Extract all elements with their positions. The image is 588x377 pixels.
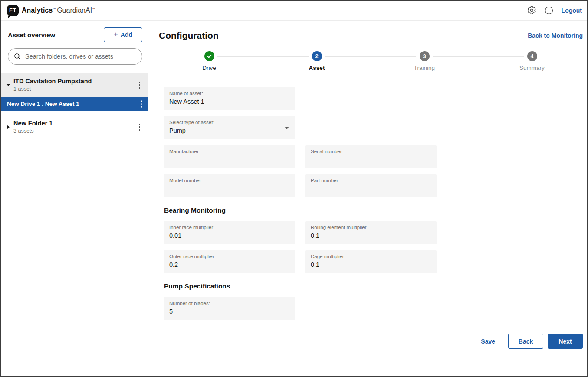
tree-asset-new-drive-1-new-asset-1[interactable]: New Drive 1 . New Asset 1: [1, 97, 148, 111]
step-label: Drive: [202, 65, 216, 71]
step-training[interactable]: 3 Training: [371, 51, 478, 71]
kebab-menu-icon[interactable]: [135, 80, 144, 90]
field-label: Outer race multiplier: [169, 254, 290, 259]
step-label: Asset: [309, 65, 325, 71]
wizard-stepper: Drive 2 Asset 3 Training 4 Summary: [155, 51, 586, 71]
field-value: [311, 156, 431, 164]
folder-title: ITD Cavitation Pumpstand: [13, 77, 135, 85]
type-of-asset-select[interactable]: Select type of asset* Pump: [164, 116, 295, 139]
cage-multiplier-field[interactable]: Cage multiplier 0.1: [305, 250, 437, 273]
pump-specifications-heading: Pump Specifications: [164, 282, 437, 290]
name-of-asset-field[interactable]: Name of asset* New Asset 1: [164, 87, 295, 110]
manufacturer-field[interactable]: Manufacturer: [164, 145, 295, 168]
stepper-connector: [433, 56, 524, 57]
divider: [1, 139, 148, 139]
number-of-blades-field[interactable]: Number of blades* 5: [164, 297, 295, 320]
app-window: FT Analytics ™ GuardianAI ™: [0, 0, 588, 377]
next-button[interactable]: Next: [548, 334, 583, 349]
field-value: Pump: [169, 127, 290, 134]
field-label: Cage multiplier: [311, 254, 431, 259]
ft-logo-icon: FT: [7, 5, 19, 16]
brand-logo: FT Analytics ™ GuardianAI ™: [7, 5, 95, 16]
field-label: Number of blades*: [169, 301, 290, 306]
folder-subtitle: 1 asset: [13, 85, 135, 93]
settings-button[interactable]: [527, 6, 536, 15]
serial-number-field[interactable]: Serial number: [305, 145, 437, 168]
field-value: 0.2: [169, 261, 290, 269]
outer-race-multiplier-field[interactable]: Outer race multiplier 0.2: [164, 250, 295, 273]
asset-label: New Drive 1 . New Asset 1: [7, 101, 137, 107]
folder-title: New Folder 1: [13, 119, 135, 128]
add-button[interactable]: + Add: [104, 27, 142, 42]
field-value: [169, 156, 290, 164]
field-value: 5: [169, 308, 290, 315]
form-actions: Save Back Next: [159, 334, 583, 349]
step-label: Summary: [519, 65, 545, 71]
inner-race-multiplier-field[interactable]: Inner race multiplier 0.01: [164, 221, 295, 244]
check-icon: [207, 53, 212, 59]
gear-icon: [527, 6, 536, 15]
search-box[interactable]: [8, 48, 142, 65]
step-summary[interactable]: 4 Summary: [478, 51, 586, 71]
field-label: Name of asset*: [169, 91, 290, 96]
search-icon: [13, 52, 21, 60]
rolling-element-multiplier-field[interactable]: Rolling element multiplier 0.1: [305, 221, 437, 244]
step-asset[interactable]: 2 Asset: [263, 51, 371, 71]
brand-text: Analytics ™ GuardianAI ™: [22, 7, 95, 14]
dropdown-arrow-icon: [285, 127, 289, 129]
field-label: Rolling element multiplier: [311, 225, 431, 230]
back-button[interactable]: Back: [508, 334, 543, 349]
stepper-connector: [325, 56, 416, 57]
step-label: Training: [414, 65, 435, 71]
caret-down-icon[interactable]: [6, 84, 10, 86]
field-label: Select type of asset*: [169, 120, 290, 125]
add-button-label: Add: [121, 31, 132, 38]
step-number: 3: [420, 51, 430, 61]
field-value: 0.1: [311, 232, 431, 239]
info-icon: [544, 6, 554, 15]
sidebar-title: Asset overview: [8, 31, 55, 39]
field-label: Inner race multiplier: [169, 225, 290, 230]
step-number: 4: [527, 51, 537, 61]
plus-icon: +: [114, 30, 118, 39]
bearing-monitoring-heading: Bearing Monitoring: [164, 207, 437, 214]
field-label: Serial number: [311, 149, 431, 154]
logout-link[interactable]: Logout: [562, 7, 582, 14]
field-label: Model number: [169, 178, 290, 183]
folder-subtitle: 3 assets: [13, 128, 135, 135]
save-button[interactable]: Save: [481, 334, 495, 349]
field-value: 0.01: [169, 232, 290, 239]
app-header: FT Analytics ™ GuardianAI ™: [1, 1, 587, 21]
part-number-field[interactable]: Part number: [305, 174, 437, 197]
asset-sidebar: Asset overview + Add: [1, 21, 148, 376]
back-to-monitoring-link[interactable]: Back to Monitoring: [528, 32, 583, 39]
step-drive[interactable]: Drive: [155, 51, 263, 71]
tree-folder-new-folder-1[interactable]: New Folder 1 3 assets: [1, 115, 148, 139]
page-title: Configuration: [159, 30, 219, 41]
trademark-symbol: ™: [53, 7, 56, 10]
caret-right-icon[interactable]: [7, 125, 10, 129]
field-value: [169, 185, 290, 193]
field-value: 0.1: [311, 261, 431, 269]
stepper-connector: [217, 56, 309, 57]
asset-form: Name of asset* New Asset 1 Select type o…: [164, 87, 437, 320]
step-number: 2: [312, 51, 322, 61]
trademark-symbol: ™: [92, 7, 95, 10]
kebab-menu-icon[interactable]: [135, 122, 144, 132]
brand-guardianai: GuardianAI: [57, 7, 92, 14]
brand-analytics: Analytics: [22, 7, 53, 14]
configuration-panel: Configuration Back to Monitoring Drive: [148, 21, 587, 376]
model-number-field[interactable]: Model number: [164, 174, 295, 197]
kebab-menu-icon[interactable]: [137, 98, 146, 109]
step-complete-circle: [204, 51, 214, 61]
tree-folder-itd-cavitation-pumpstand[interactable]: ITD Cavitation Pumpstand 1 asset: [1, 73, 148, 97]
field-label: Manufacturer: [169, 149, 290, 154]
field-label: Part number: [311, 178, 431, 183]
search-input[interactable]: [25, 53, 137, 60]
asset-tree: ITD Cavitation Pumpstand 1 asset New Dri…: [1, 73, 148, 139]
info-button[interactable]: [544, 6, 554, 15]
field-value: New Asset 1: [169, 98, 290, 105]
field-value: [311, 185, 431, 193]
